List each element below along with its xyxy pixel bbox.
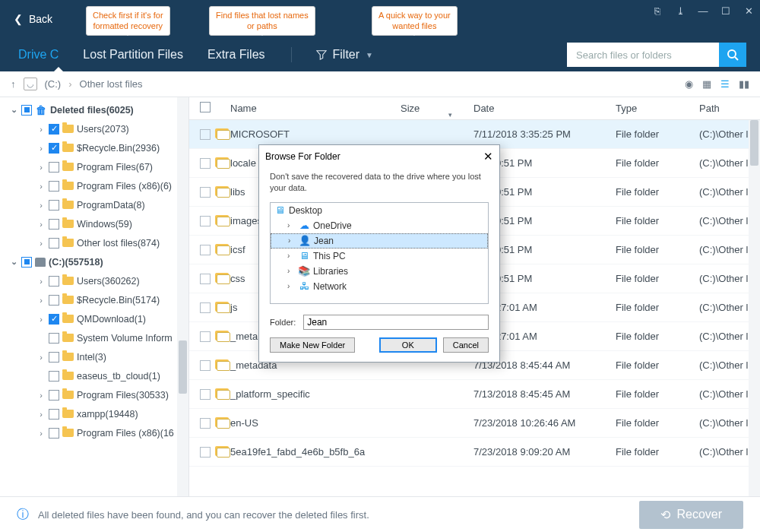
checkbox[interactable] [49,200,59,211]
tree-item[interactable]: System Volume Inform [0,328,188,347]
tree-item[interactable]: ›Intel(3) [0,347,188,366]
row-checkbox[interactable] [200,331,211,342]
file-type: File folder [616,273,699,284]
tree-drive-c[interactable]: ⌄(C:)(557518) [0,252,188,271]
dialog-tree-onedrive[interactable]: ›☁OneDrive [271,218,488,233]
file-type: File folder [616,388,699,400]
select-all-checkbox[interactable] [200,102,211,112]
col-path[interactable]: Path [699,103,760,114]
preview-toggle[interactable]: ◉ [685,78,693,90]
checkbox[interactable] [49,409,59,420]
checkbox[interactable] [21,105,32,116]
row-checkbox[interactable] [200,187,211,198]
row-checkbox[interactable] [200,389,211,400]
tree-item[interactable]: ›$Recycle.Bin(5174) [0,290,188,309]
row-checkbox[interactable] [200,447,211,458]
checkbox[interactable] [49,238,59,249]
window-maximize-button[interactable]: ☐ [714,0,737,21]
checkbox[interactable] [49,124,59,135]
col-date[interactable]: Date [473,103,616,114]
row-checkbox[interactable] [200,302,211,313]
tree-item[interactable]: ›xampp(19448) [0,404,188,423]
col-size[interactable]: Size▾ [401,103,473,114]
tree-item[interactable]: ›Program Files (x86)(6) [0,176,188,195]
view-grid-icon[interactable]: ▦ [702,78,711,90]
row-checkbox[interactable] [200,274,211,284]
breadcrumb-folder[interactable]: Other lost files [80,78,143,90]
checkbox[interactable] [49,219,59,230]
tree-item[interactable]: ›Other lost files(874) [0,233,188,252]
file-row[interactable]: 5ea19fe1_fabd_4e6b_b5fb_6a7/23/2018 9:09… [189,438,760,467]
tree-item[interactable]: ›Program Files (x86)(16 [0,423,188,442]
folder-icon [215,186,230,198]
folder-icon [62,315,74,323]
cancel-button[interactable]: Cancel [443,337,489,353]
user-icon[interactable]: ◡ [24,78,37,90]
breadcrumb-drive[interactable]: (C:) [45,78,62,90]
dialog-tree-libraries[interactable]: ›📚Libraries [271,264,488,279]
checkbox[interactable] [49,162,59,173]
tree-item[interactable]: ›Windows(59) [0,214,188,233]
tree-item[interactable]: ›Users(360262) [0,271,188,290]
tree-item[interactable]: ›Program Files(30533) [0,385,188,404]
tree-item[interactable]: ›Users(2073) [0,119,188,138]
checkbox[interactable] [49,276,59,287]
view-detail-icon[interactable]: ▮▮ [739,78,749,90]
dialog-tree-network[interactable]: ›🖧Network [271,279,488,294]
checkbox[interactable] [49,181,59,192]
row-checkbox[interactable] [200,129,211,140]
row-checkbox[interactable] [200,245,211,255]
ok-button[interactable]: OK [379,337,437,353]
file-date: 7/23/2018 10:26:46 AM [473,417,616,429]
svg-line-1 [735,57,738,60]
checkbox[interactable] [49,333,59,344]
nav-up-icon[interactable]: ↑ [11,78,16,90]
checkbox[interactable] [49,314,59,325]
file-row[interactable]: _platform_specific7/13/2018 8:45:45 AMFi… [189,380,760,409]
tab-extra-files[interactable]: Extra Files [206,43,267,66]
row-checkbox[interactable] [200,418,211,429]
view-list-icon[interactable]: ☰ [720,78,730,90]
recover-label: Recover [676,508,722,521]
tree-item[interactable]: easeus_tb_cloud(1) [0,366,188,385]
folder-input[interactable] [303,315,489,330]
file-row[interactable]: en-US7/23/2018 10:26:46 AMFile folder(C:… [189,409,760,438]
col-name[interactable]: Name [230,103,401,114]
row-checkbox[interactable] [200,158,211,169]
folder-icon [62,220,74,228]
tree-item[interactable]: ›QMDownload(1) [0,309,188,328]
col-type[interactable]: Type [616,103,699,114]
dialog-tree-jean[interactable]: ›👤Jean [271,233,488,249]
tab-lost-partition[interactable]: Lost Partition Files [81,43,185,66]
window-minimize-button[interactable]: — [692,0,714,21]
tree-deleted-files[interactable]: ⌄🗑Deleted files(6025) [0,100,188,119]
checkbox[interactable] [49,428,59,439]
tree-item[interactable]: ›Program Files(67) [0,157,188,176]
list-scrollbar[interactable] [749,120,760,496]
tree-item[interactable]: ›ProgramData(8) [0,195,188,214]
checkbox[interactable] [49,295,59,306]
tree-item[interactable]: ›$Recycle.Bin(2936) [0,138,188,157]
search-input[interactable] [567,43,719,67]
make-new-folder-button[interactable]: Make New Folder [270,337,355,353]
dialog-title-bar[interactable]: Browse For Folder ✕ [259,145,499,168]
window-skin-button[interactable]: ⎘ [646,0,669,21]
dialog-close-button[interactable]: ✕ [483,150,493,163]
dialog-folder-tree[interactable]: 🖥Desktop ›☁OneDrive ›👤Jean ›🖥This PC ›📚L… [270,202,489,304]
checkbox[interactable] [49,352,59,363]
row-checkbox[interactable] [200,360,211,371]
window-close-button[interactable]: ✕ [737,0,760,21]
checkbox[interactable] [49,143,59,154]
dialog-tree-desktop[interactable]: 🖥Desktop [271,203,488,218]
window-tray-button[interactable]: ⤓ [669,0,692,21]
row-checkbox[interactable] [200,216,211,226]
sidebar-scrollbar[interactable] [177,97,188,496]
dialog-tree-thispc[interactable]: ›🖥This PC [271,249,488,264]
back-button[interactable]: ❮ Back [0,13,66,25]
recover-button[interactable]: ⟲ Recover [639,501,743,529]
filter-button[interactable]: Filter ▼ [316,48,373,62]
checkbox[interactable] [21,257,32,268]
checkbox[interactable] [49,390,59,401]
checkbox[interactable] [49,371,59,382]
search-button[interactable] [719,43,746,67]
